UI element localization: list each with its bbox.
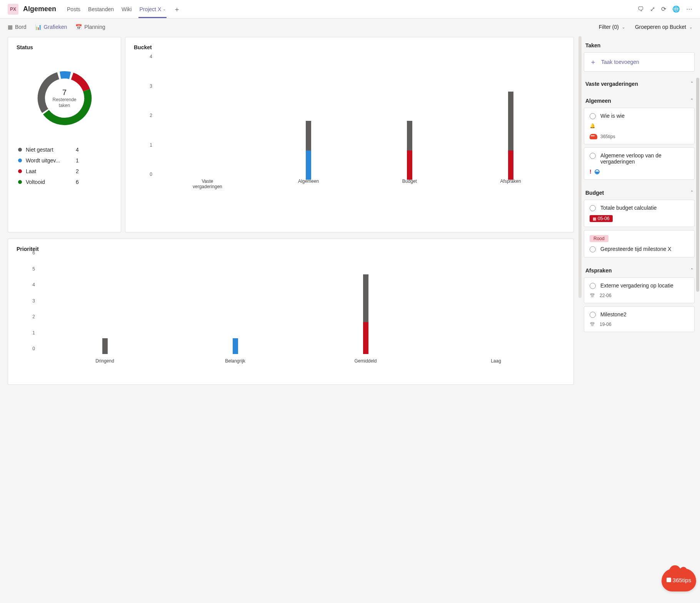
view-charts-label: Grafieken: [44, 24, 67, 30]
task-card[interactable]: Milestone2 19-06: [584, 306, 695, 332]
task-card[interactable]: Totale budget calculatie 05-06: [584, 200, 695, 227]
bucket-bar-chart: 01234 Vaste vergaderingenAlgemeenBudgetA…: [142, 62, 561, 190]
complete-toggle[interactable]: [590, 246, 596, 252]
plus-icon: ＋: [590, 57, 597, 67]
toolbar-right: Filter (0) ⌄ Groeperen op Bucket ⌄: [599, 24, 692, 30]
reply-icon[interactable]: 🗨: [638, 6, 644, 13]
chevron-up-icon: ˄: [691, 81, 693, 87]
view-schedule[interactable]: 📅 Planning: [75, 24, 105, 30]
task-tag: 365tips: [600, 134, 615, 139]
chevron-up-icon: ˄: [691, 268, 693, 273]
task-card[interactable]: Wie is wie 🔔 365tips: [584, 108, 695, 144]
charts-column: Status 7 Resterende taken: [0, 35, 578, 603]
section-budget[interactable]: Budget ˄: [584, 183, 695, 200]
section-name: Budget: [585, 190, 604, 196]
legend-label: Niet gestart: [26, 147, 76, 153]
rail-heading: Taken: [584, 37, 695, 52]
view-board[interactable]: ▦ Bord: [8, 24, 27, 30]
legend-value: 6: [76, 179, 79, 185]
add-task-button[interactable]: ＋ Taak toevoegen: [584, 52, 695, 72]
legend-row: Laat 2: [18, 166, 111, 177]
legend-value: 1: [76, 157, 79, 164]
right-rail: Taken ＋ Taak toevoegen Vaste vergadering…: [578, 35, 700, 603]
task-card[interactable]: Rood Gepresteerde tijd milestone X: [584, 230, 695, 257]
expand-icon[interactable]: ⤢: [650, 5, 655, 13]
donut-center-value: 7: [62, 88, 67, 97]
legend-label: Voltooid: [26, 179, 76, 185]
legend-dot: [18, 180, 22, 184]
section-algemeen[interactable]: Algemeen ˄: [584, 91, 695, 108]
bucket-card-title: Bucket: [134, 44, 565, 50]
chevron-down-icon: ⌄: [163, 7, 166, 11]
legend-value: 4: [76, 147, 79, 153]
tab-files[interactable]: Bestanden: [84, 0, 118, 18]
complete-toggle[interactable]: [590, 153, 596, 159]
label-badge: Rood: [590, 235, 608, 242]
complete-toggle[interactable]: [590, 312, 596, 318]
view-charts[interactable]: 📊 Grafieken: [35, 24, 67, 30]
tab-wiki[interactable]: Wiki: [118, 0, 135, 18]
chevron-up-icon: ˄: [691, 98, 693, 104]
due-date: 19-06: [600, 322, 612, 327]
task-title: Gepresteerde tijd milestone X: [600, 246, 671, 252]
bucket-card: Bucket 01234 Vaste vergaderingenAlgemeen…: [125, 37, 574, 232]
status-donut-chart: 7 Resterende taken: [34, 67, 95, 129]
filter-button[interactable]: Filter (0) ⌄: [599, 24, 625, 30]
tab-posts[interactable]: Posts: [63, 0, 84, 18]
task-title: Milestone2: [600, 311, 627, 317]
channel-tabs: Posts Bestanden Wiki Project X ⌄ ＋: [63, 0, 184, 18]
app-header: PX Algemeen Posts Bestanden Wiki Project…: [0, 0, 700, 18]
status-card-title: Status: [17, 44, 112, 50]
legend-row: Niet gestart 4: [18, 144, 111, 155]
complete-toggle[interactable]: [590, 205, 596, 211]
view-schedule-label: Planning: [84, 24, 105, 30]
scrollbar[interactable]: [696, 78, 699, 292]
legend-dot: [18, 148, 22, 152]
priority-card-title: Prioriteit: [17, 246, 565, 252]
task-title: Externe vergadering op locatie: [600, 282, 673, 289]
main-content: Status 7 Resterende taken: [0, 35, 700, 603]
tab-project-x[interactable]: Project X ⌄: [135, 0, 170, 18]
refresh-icon[interactable]: ⟳: [661, 5, 666, 13]
section-name: Algemeen: [585, 98, 611, 104]
header-actions: 🗨 ⤢ ⟳ 🌐 ⋯: [638, 5, 692, 13]
board-icon: ▦: [8, 24, 13, 30]
task-title: Algemene verloop van de vergaderingen: [600, 152, 689, 165]
add-tab-button[interactable]: ＋: [170, 5, 184, 14]
view-tabs: ▦ Bord 📊 Grafieken 📅 Planning: [8, 24, 105, 30]
status-card: Status 7 Resterende taken: [8, 37, 121, 232]
add-task-label: Taak toevoegen: [601, 59, 639, 65]
task-card[interactable]: Algemene verloop van de vergaderingen !: [584, 147, 695, 180]
complete-toggle[interactable]: [590, 113, 596, 119]
view-board-label: Bord: [15, 24, 27, 30]
complete-toggle[interactable]: [590, 283, 596, 289]
section-afspraken[interactable]: Afspraken ˄: [584, 261, 695, 277]
group-by-label: Groeperen op Bucket: [635, 24, 686, 30]
channel-name: Algemeen: [23, 5, 56, 13]
due-date: 22-06: [600, 293, 612, 298]
globe-icon[interactable]: 🌐: [672, 5, 680, 13]
legend-label: Wordt uitgev...: [26, 157, 76, 164]
progress-icon: [595, 169, 600, 174]
cloud-icon: [590, 134, 597, 139]
legend-value: 2: [76, 168, 79, 174]
scrollbar[interactable]: [578, 36, 582, 298]
donut-center-label-1: Resterende: [52, 97, 76, 102]
chevron-up-icon: ˄: [691, 190, 693, 195]
legend-row: Voltooid 6: [18, 177, 111, 187]
section-name: Afspraken: [585, 267, 612, 274]
task-title: Wie is wie: [600, 113, 625, 119]
donut-center: 7 Resterende taken: [34, 67, 95, 129]
team-badge: PX: [8, 4, 18, 15]
due-date-overdue-badge: 05-06: [590, 215, 613, 222]
status-legend: Niet gestart 4 Wordt uitgev... 1 Laat 2: [17, 144, 112, 187]
task-card[interactable]: Externe vergadering op locatie 22-06: [584, 277, 695, 303]
group-by-button[interactable]: Groeperen op Bucket ⌄: [635, 24, 692, 30]
schedule-icon: 📅: [75, 24, 82, 30]
task-title: Totale budget calculatie: [600, 205, 657, 211]
section-vaste[interactable]: Vaste vergaderingen ˄: [584, 74, 695, 91]
more-icon[interactable]: ⋯: [686, 5, 692, 13]
legend-label: Laat: [26, 168, 76, 174]
legend-dot: [18, 169, 22, 173]
section-name: Vaste vergaderingen: [585, 81, 638, 87]
